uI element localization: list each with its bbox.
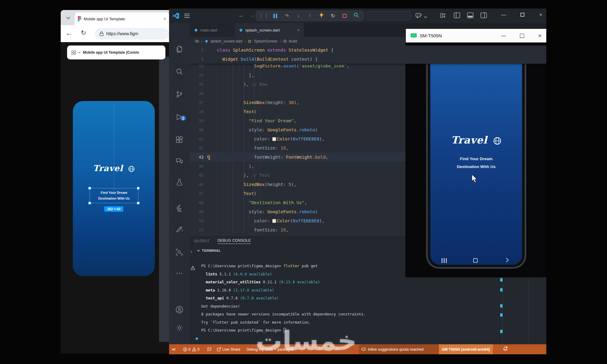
terminal-title: TERMINAL xyxy=(202,249,221,252)
error-count: 0 xyxy=(188,347,191,352)
copilot-chat-icon[interactable] xyxy=(415,12,422,20)
maximize-icon[interactable] xyxy=(521,12,524,18)
selection-handle[interactable] xyxy=(137,187,140,190)
terminal[interactable]: PS C:\Users\new print\figma_design> flut… xyxy=(201,262,366,335)
remote-indicator-icon[interactable]: >< xyxy=(172,347,175,352)
figma-brand-row[interactable]: Travel xyxy=(73,163,155,173)
browser-reload-icon[interactable]: ↻ xyxy=(81,29,86,36)
size-badge: 252 × 60 xyxy=(104,206,123,212)
figma-grid-icon xyxy=(71,50,76,55)
drag-grip-icon[interactable]: ⋮⋮ xyxy=(258,13,270,19)
copilot-quota-status[interactable]: Inline suggestions quota reached xyxy=(359,344,439,354)
address-bar[interactable]: https://www.figm xyxy=(95,28,169,39)
explorer-icon[interactable] xyxy=(175,45,183,53)
globe-icon xyxy=(493,137,501,145)
browser-tab[interactable]: Mobile app UI Template × xyxy=(75,12,169,25)
figma-favicon-icon xyxy=(78,16,81,22)
testing-icon[interactable] xyxy=(175,178,183,186)
hot-reload-icon[interactable] xyxy=(316,12,327,19)
debug-status-icon[interactable] xyxy=(207,347,212,352)
phone-frame: Travel Find Your Dream Destination With … xyxy=(426,46,526,268)
desktop: Mobile app UI Template × ← ↻ https://www… xyxy=(0,0,607,364)
phone-screen[interactable]: Travel Find Your Dream Destination With … xyxy=(430,50,522,265)
terminal-header[interactable]: TERMINAL xyxy=(197,249,221,252)
dart-file-icon xyxy=(194,28,198,32)
tab-splash-screen-dart[interactable]: splash_screen.dart × xyxy=(235,23,304,37)
nav-back-icon[interactable]: ← xyxy=(238,12,244,19)
notifications-bell-icon[interactable] xyxy=(503,346,508,352)
menu-icon[interactable] xyxy=(184,14,190,19)
command-center[interactable] xyxy=(366,11,411,20)
extensions-icon[interactable] xyxy=(175,136,183,144)
browser-back-icon[interactable]: ← xyxy=(66,29,73,37)
errors-warnings[interactable]: 0 0 xyxy=(183,347,200,352)
step-out-icon[interactable]: ↑ xyxy=(304,13,316,19)
selected-text-layer[interactable]: Find Your Dream Destination With Us xyxy=(90,188,138,203)
tab-debug-console[interactable]: DEBUG CONSOLE xyxy=(218,238,251,244)
breadcrumb-file[interactable]: splash_screen.dart xyxy=(210,39,242,43)
selection-handle[interactable] xyxy=(88,187,91,190)
figma-file-pill[interactable]: Mobile app UI Template (Comm xyxy=(67,46,165,59)
screen-search-icon[interactable] xyxy=(175,248,183,256)
back-button[interactable] xyxy=(504,258,509,263)
symbol-class-icon xyxy=(248,39,252,43)
breadcrumb-class[interactable]: SplashScreen xyxy=(254,39,277,43)
tab-main-dart[interactable]: main.dart xyxy=(190,23,235,37)
symbol-method-icon xyxy=(283,39,287,43)
source-control-icon[interactable] xyxy=(175,90,183,98)
search-icon[interactable] xyxy=(175,68,183,76)
flutter-icon[interactable] xyxy=(175,204,183,212)
panel-chevron-right-icon[interactable]: › xyxy=(191,249,192,254)
settings-gear-icon[interactable] xyxy=(175,324,183,332)
tab-close-icon[interactable]: × xyxy=(164,16,166,21)
maximize-icon[interactable] xyxy=(520,34,524,38)
pause-icon[interactable] xyxy=(270,13,281,19)
figma-canvas[interactable]: Mobile app UI Template (Comm Travel xyxy=(61,42,169,353)
step-over-icon[interactable]: ↷ xyxy=(281,13,293,19)
selection-handle[interactable] xyxy=(137,202,140,204)
restart-icon[interactable]: ↻ xyxy=(327,13,339,19)
scrollbar-marker xyxy=(500,278,503,281)
minimize-icon[interactable]: — xyxy=(501,12,506,18)
step-into-icon[interactable]: ↓ xyxy=(293,13,304,19)
stop-icon[interactable] xyxy=(339,13,350,19)
home-button[interactable] xyxy=(473,258,478,263)
device-status[interactable]: SM T505N (android-arm64) xyxy=(439,344,493,354)
browser-window: Mobile app UI Template × ← ↻ https://www… xyxy=(61,10,169,353)
url-text: https://www.figm xyxy=(106,31,138,36)
alignment-guide xyxy=(114,104,114,192)
tab-close-icon[interactable]: × xyxy=(297,28,300,32)
chevron-down-icon[interactable] xyxy=(424,14,427,19)
nav-forward-icon[interactable]: → xyxy=(250,12,256,19)
tab-search-chevron-icon[interactable] xyxy=(64,14,72,22)
widget-inspector-icon[interactable] xyxy=(350,12,362,19)
edit-pen-icon[interactable] xyxy=(175,225,183,233)
chevron-down-icon[interactable] xyxy=(78,52,81,53)
close-icon[interactable]: × xyxy=(538,32,541,39)
toggle-panel-icon[interactable] xyxy=(467,12,473,19)
recents-button[interactable] xyxy=(442,258,447,263)
more-actions-icon[interactable] xyxy=(175,269,183,277)
app-brand-row: Travel xyxy=(430,134,522,146)
figma-splash-frame[interactable]: Travel Find Your Dream Destination With … xyxy=(73,101,155,276)
globe-icon xyxy=(128,166,135,172)
tab-output[interactable]: OUTPUT xyxy=(194,239,210,243)
minimize-icon[interactable]: — xyxy=(501,33,506,39)
shell-decoration-icon xyxy=(195,337,198,340)
dart-file-icon xyxy=(239,28,243,32)
close-icon[interactable]: × xyxy=(539,12,542,18)
breadcrumb-method[interactable]: build xyxy=(289,39,297,43)
account-icon[interactable] xyxy=(175,306,183,314)
panel-tabs: OUTPUT DEBUG CONSOLE xyxy=(194,235,251,247)
live-share-button[interactable]: Live Share xyxy=(217,347,241,352)
toggle-sidebar-icon[interactable] xyxy=(454,12,460,19)
toggle-secondary-sidebar-icon[interactable] xyxy=(480,12,487,19)
live-share-label: Live Share xyxy=(222,347,241,352)
copilot-icon xyxy=(361,347,366,351)
customize-layout-icon[interactable] xyxy=(440,12,446,20)
emulator-titlebar[interactable]: SM-T505N — × xyxy=(406,29,546,42)
selection-handle[interactable] xyxy=(88,202,91,204)
breadcrumb-lib[interactable]: lib xyxy=(195,39,199,43)
chat-icon[interactable] xyxy=(175,157,183,165)
warning-count: 0 xyxy=(198,347,200,352)
